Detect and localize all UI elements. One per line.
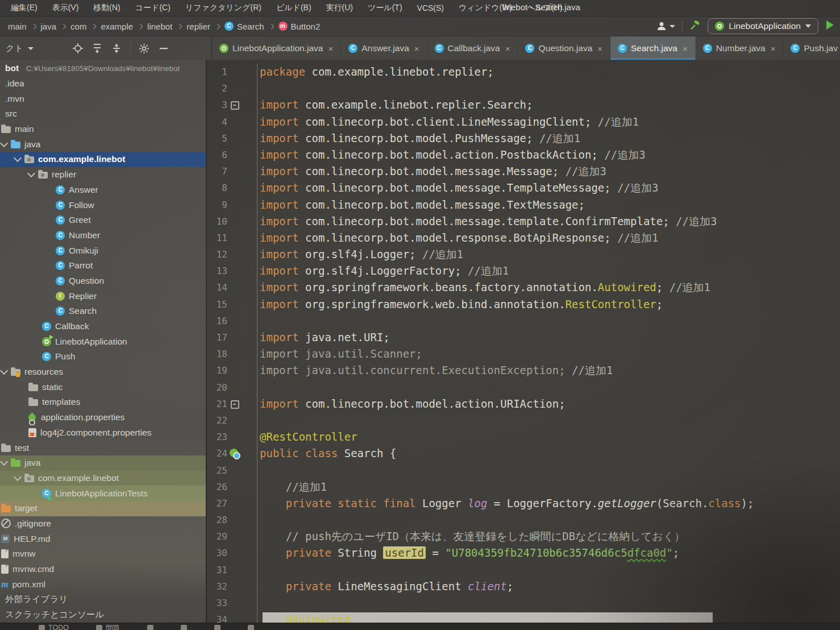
project-tree-panel[interactable]: botC:¥Users¥81805¥Downloads¥linebot¥line…: [0, 60, 206, 623]
menu-item[interactable]: ツール(T): [360, 3, 410, 13]
code-line-17[interactable]: 17import java.net.URI;: [207, 329, 840, 346]
toolwindow-button-問題[interactable]: 問題: [96, 623, 120, 630]
code-line-31[interactable]: 31: [207, 562, 840, 578]
tab-Number.java[interactable]: CNumber.java×: [696, 36, 784, 60]
code-line-30[interactable]: 30 private String userId = "U7804359fb24…: [207, 545, 840, 561]
toolwindow-button[interactable]: [248, 623, 254, 630]
code-line-3[interactable]: 3import com.example.linebot.replier.Sear…: [207, 97, 840, 113]
chevron-down-icon[interactable]: [0, 458, 8, 466]
code-line-14[interactable]: 14import org.springframework.beans.facto…: [207, 279, 840, 296]
tree-item-src[interactable]: src: [0, 106, 206, 122]
code-line-19[interactable]: 19import java.util.concurrent.ExecutionE…: [207, 362, 840, 379]
tab-Answer.java[interactable]: CAnswer.java×: [341, 36, 427, 60]
tree-item-Push[interactable]: CPush: [0, 349, 206, 364]
tree-item-Follow[interactable]: CFollow: [0, 197, 206, 213]
code-line-1[interactable]: 1package com.example.linebot.replier;: [207, 64, 840, 80]
breadcrumb-item-example[interactable]: example: [101, 22, 133, 31]
close-icon[interactable]: ×: [328, 44, 333, 53]
project-panel-title[interactable]: クト: [6, 43, 34, 54]
tree-item-Parrot[interactable]: CParrot: [0, 258, 206, 273]
close-icon[interactable]: ×: [597, 44, 602, 53]
chevron-down-icon[interactable]: [0, 367, 8, 375]
tree-item-static[interactable]: static: [0, 379, 206, 395]
toolwindow-button[interactable]: [147, 623, 153, 630]
menu-item[interactable]: リファクタリング(R): [178, 3, 269, 13]
code-editor[interactable]: 1package com.example.linebot.replier;23i…: [207, 60, 840, 623]
build-button[interactable]: [689, 19, 701, 33]
tree-item-java[interactable]: java: [0, 136, 206, 152]
tree-item-スクラッチとコンソール[interactable]: スクラッチとコンソール: [0, 607, 206, 623]
tree-item-bot[interactable]: botC:¥Users¥81805¥Downloads¥linebot¥line…: [0, 61, 206, 76]
spring-bean-gutter-icon[interactable]: [230, 449, 238, 457]
code-line-15[interactable]: 15import org.springframework.web.bind.an…: [207, 296, 840, 313]
code-line-18[interactable]: 18import java.util.Scanner;: [207, 346, 840, 362]
code-line-16[interactable]: 16: [207, 313, 840, 329]
tree-item-pom.xml[interactable]: mpom.xml: [0, 577, 206, 592]
hide-panel-button[interactable]: [158, 43, 169, 54]
tree-item-Answer[interactable]: CAnswer: [0, 183, 206, 198]
breadcrumb-item-replier[interactable]: replier: [186, 22, 210, 31]
close-icon[interactable]: ×: [414, 44, 419, 53]
tree-item-application.properties[interactable]: application.properties: [0, 410, 206, 425]
toolwindow-button[interactable]: [181, 623, 187, 630]
breadcrumb-item-Button2[interactable]: mButton2: [278, 22, 321, 31]
tree-item-mvnw.cmd[interactable]: mvnw.cmd: [0, 562, 206, 577]
menu-item[interactable]: 表示(V): [45, 3, 86, 13]
tree-item-Search[interactable]: CSearch: [0, 304, 206, 319]
locate-file-button[interactable]: [72, 43, 84, 54]
tree-item-target[interactable]: target: [0, 501, 206, 516]
code-line-24[interactable]: 24public class Search {: [207, 445, 840, 462]
tab-Push.jav[interactable]: CPush.jav: [783, 36, 840, 60]
close-icon[interactable]: ×: [771, 44, 776, 53]
breadcrumb-item-main[interactable]: main: [8, 22, 27, 31]
menu-item[interactable]: 移動(N): [86, 3, 127, 13]
code-line-10[interactable]: 10import com.linecorp.bot.model.message.…: [207, 213, 840, 230]
tree-item-LinebotApplication[interactable]: LinebotApplication: [0, 334, 206, 349]
code-line-29[interactable]: 29 // push先のユーザID（本来は、友達登録をした瞬間にDBなどに格納し…: [207, 528, 840, 545]
tree-item-Replier[interactable]: IReplier: [0, 288, 206, 304]
expand-all-button[interactable]: [92, 43, 103, 54]
code-line-12[interactable]: 12import org.slf4j.Logger; //追加1: [207, 246, 840, 263]
code-line-33[interactable]: 33: [207, 595, 840, 611]
tree-item-com.example.linebot[interactable]: com.example.linebot: [0, 152, 206, 167]
toolwindow-button[interactable]: [214, 623, 221, 630]
code-line-25[interactable]: 25: [207, 462, 840, 479]
code-line-32[interactable]: 32 private LineMessagingClient client;: [207, 578, 840, 595]
code-line-11[interactable]: 11import com.linecorp.bot.model.response…: [207, 230, 840, 246]
tree-item-mvnw[interactable]: mvnw: [0, 546, 206, 562]
tree-item-.idea[interactable]: .idea: [0, 76, 206, 92]
code-line-9[interactable]: 9import com.linecorp.bot.model.message.T…: [207, 197, 840, 213]
tree-item-Question[interactable]: CQuestion: [0, 273, 206, 289]
code-line-6[interactable]: 6import com.linecorp.bot.model.action.Po…: [207, 147, 840, 163]
tree-item-外部ライブラリ[interactable]: 外部ライブラリ: [0, 592, 206, 607]
tree-item-Omikuji[interactable]: COmikuji: [0, 243, 206, 258]
close-icon[interactable]: ×: [505, 44, 510, 53]
code-line-22[interactable]: 22: [207, 412, 840, 429]
tree-item-java[interactable]: java: [0, 455, 206, 471]
chevron-down-icon[interactable]: [0, 139, 8, 147]
code-line-23[interactable]: 23@RestController: [207, 429, 840, 445]
chevron-down-icon[interactable]: [27, 169, 35, 177]
tree-item-replier[interactable]: replier: [0, 167, 206, 183]
code-line-8[interactable]: 8import com.linecorp.bot.model.message.T…: [207, 180, 840, 196]
tree-item-.gitignore[interactable]: .gitignore: [0, 516, 206, 532]
tree-item-Callback[interactable]: CCallback: [0, 319, 206, 334]
fold-icon[interactable]: [231, 101, 239, 110]
run-configuration-select[interactable]: LinebotApplication: [708, 18, 818, 34]
code-line-13[interactable]: 13import org.slf4j.LoggerFactory; //追加1: [207, 263, 840, 279]
user-menu-button[interactable]: [656, 21, 675, 31]
close-icon[interactable]: ×: [683, 44, 688, 53]
menu-item[interactable]: 実行(U): [319, 3, 360, 13]
breadcrumb-item-Search[interactable]: CSearch: [224, 22, 264, 31]
tab-LinebotApplication.java[interactable]: LinebotApplication.java×: [212, 36, 341, 60]
tree-item-HELP.md[interactable]: MHELP.md: [0, 531, 206, 546]
tab-Question.java[interactable]: CQuestion.java×: [518, 36, 610, 60]
code-line-34[interactable]: 34 @Autowired: [207, 611, 840, 623]
tree-item-LinebotApplicationTests[interactable]: CLinebotApplicationTests: [0, 486, 206, 501]
menu-item[interactable]: VCS(S): [410, 3, 451, 13]
menu-item[interactable]: ビルド(B): [269, 3, 319, 13]
code-line-26[interactable]: 26 //追加1: [207, 479, 840, 495]
code-line-20[interactable]: 20: [207, 379, 840, 396]
breadcrumb-item-linebot[interactable]: linebot: [147, 22, 172, 31]
tree-item-resources[interactable]: resources: [0, 364, 206, 380]
